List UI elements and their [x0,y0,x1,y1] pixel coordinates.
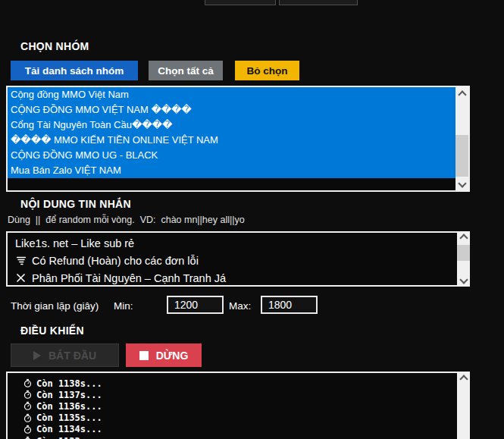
log-line-text: Còn 1136s... [36,401,102,412]
log-line-text: Còn 1135s... [36,412,102,423]
tornado-icon [15,256,27,266]
load-group-list-button[interactable]: Tải danh sách nhóm [11,61,138,80]
log-line: Còn 1137s... [23,389,468,400]
message-line-text: Phân Phối Tài Nguyên – Cạnh Tranh Já [32,272,226,284]
cutoff-control-right[interactable] [279,0,358,5]
group-list-item[interactable]: ���� MMO KIẾM TIỀN ONLINE VIỆT NAM [8,133,455,148]
scroll-down-icon[interactable] [457,275,470,287]
message-line-text: Có Refund (Hoàn) cho các đơn lỗi [32,255,199,267]
start-button[interactable]: BẮT ĐẦU [11,343,119,367]
log-line: Còn 1138s... [23,378,468,389]
select-all-button[interactable]: Chọn tất cả [149,61,223,80]
message-textarea[interactable]: Like1s. net – Like sub rẻ Có Refund (Hoà… [6,231,470,287]
log-line-text: Còn 1138s... [36,378,102,389]
min-seconds-input[interactable] [167,296,224,314]
log-line-text: Còn 1133s... [36,436,102,439]
max-seconds-input[interactable] [261,296,318,314]
group-listbox[interactable]: Cộng đồng MMO Việt Nam CỘNG ĐỒNG MMO VIỆ… [6,86,470,192]
stopwatch-icon [23,413,32,423]
log-line-text: Còn 1137s... [36,390,102,400]
stopwatch-icon [23,436,32,439]
message-line: Like1s. net – Like sub rẻ [15,234,468,252]
scroll-up-icon[interactable] [455,87,468,99]
message-line: Phân Phối Tài Nguyên – Cạnh Tranh Já [15,269,468,287]
scrollbar-thumb[interactable] [455,135,468,177]
log-line: Còn 1134s... [23,424,468,435]
log-listbox[interactable]: Còn 1138s... Còn 1137s... Còn 1136s... C… [6,372,470,439]
message-line: Có Refund (Hoàn) cho các đơn lỗi [15,252,468,269]
group-list-scrollbar[interactable] [455,87,468,190]
group-list-item[interactable]: Mua Bán Zalo VIỆT NAM [8,163,455,178]
max-label: Max: [229,300,251,312]
stopwatch-icon [23,425,32,434]
stopwatch-icon [23,401,32,411]
loop-interval-label: Thời gian lặp (giây) [11,300,99,312]
stop-button-label: DỪNG [156,350,189,362]
start-button-label: BẮT ĐẦU [49,350,96,362]
message-hint: Dùng || để random mỗi vòng. VD: chào mn|… [8,215,245,225]
deselect-button[interactable]: Bỏ chọn [235,61,299,80]
group-list-item[interactable]: CỘNG ĐỒNG MMO UG - BLACK [8,148,455,163]
log-line-text: Còn 1134s... [36,424,102,434]
log-line: Còn 1136s... [23,400,468,412]
scroll-up-icon[interactable] [457,231,470,243]
group-list-item[interactable]: Cộng đồng MMO Việt Nam [8,87,455,102]
stopwatch-icon [23,390,32,400]
x-mark-icon [15,273,27,283]
group-list-items: Cộng đồng MMO Việt Nam CỘNG ĐỒNG MMO VIỆ… [8,87,455,178]
log-scrollbar[interactable] [457,372,470,439]
groups-section-title: CHỌN NHÓM [20,40,89,52]
scrollbar-thumb[interactable] [457,245,470,261]
message-line-text: Like1s. net – Like sub rẻ [15,237,134,249]
cutoff-control-left[interactable] [205,0,276,5]
stop-icon [139,351,149,360]
message-scrollbar[interactable] [457,231,470,287]
group-list-item[interactable]: CỘNG ĐỒNG MMO VIỆT NAM ���� [8,102,455,118]
scroll-up-icon[interactable] [457,372,470,384]
stopwatch-icon [23,378,32,388]
min-label: Min: [114,300,133,312]
group-list-item[interactable]: Cổng Tài Nguyên Toàn Cầu���� [8,118,455,133]
message-section-title: NỘI DUNG TIN NHẮN [20,198,131,210]
scroll-down-icon[interactable] [455,178,468,190]
controls-section-title: ĐIỀU KHIỂN [20,325,84,337]
log-line: Còn 1133s... [23,435,468,439]
app-window: CHỌN NHÓM Tải danh sách nhóm Chọn tất cả… [0,0,504,439]
stop-button[interactable]: DỪNG [126,343,202,367]
log-line: Còn 1135s... [23,412,468,424]
play-icon [33,351,41,360]
